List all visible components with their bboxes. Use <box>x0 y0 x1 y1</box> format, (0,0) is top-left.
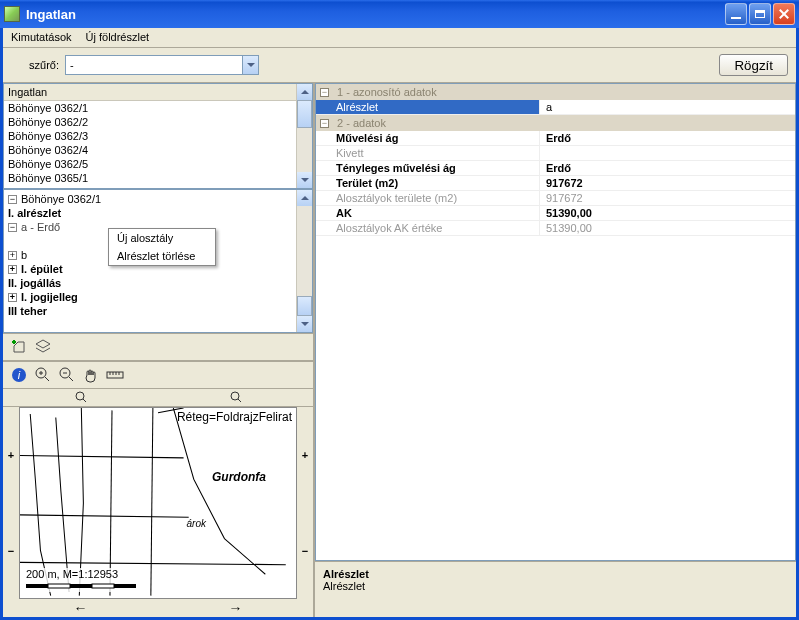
map-canvas[interactable]: Réteg=FoldrajzFelirat Gurdonfa árok 200 … <box>19 407 297 599</box>
map-place-label: Gurdonfa <box>212 470 266 484</box>
save-button[interactable]: Rögzít <box>719 54 788 76</box>
tree-scrollbar[interactable] <box>296 190 312 332</box>
close-button[interactable] <box>773 3 795 25</box>
property-row[interactable]: Művelési ágErdő <box>316 131 795 146</box>
list-item[interactable]: Böhönye 0362/1 <box>4 101 296 115</box>
property-row[interactable]: Terület (m2)917672 <box>316 176 795 191</box>
maximize-button[interactable] <box>749 3 771 25</box>
filter-label: szűrő: <box>11 59 59 71</box>
pan-down-button[interactable]: − <box>8 545 14 557</box>
collapse-icon[interactable]: − <box>8 195 17 204</box>
context-menu: Új alosztály Alrészlet törlése <box>108 228 216 266</box>
tree-node-jogallas[interactable]: II. jogállás <box>8 277 61 289</box>
property-description: Alrészlet Alrészlet <box>315 561 796 617</box>
property-row[interactable]: Tényleges művelési ágErdő <box>316 161 795 176</box>
list-item[interactable]: Böhönye 0365/1 <box>4 171 296 185</box>
tree-node-jogijelleg[interactable]: I. jogijelleg <box>21 291 78 303</box>
expand-icon[interactable]: + <box>8 293 17 302</box>
pan-hand-icon[interactable] <box>81 365 101 385</box>
list-item[interactable]: Böhönye 0362/3 <box>4 129 296 143</box>
window-title: Ingatlan <box>26 7 725 22</box>
menu-item-alreszlet-torlese[interactable]: Alrészlet törlése <box>109 247 215 265</box>
pan-up-button[interactable]: + <box>8 449 14 461</box>
scroll-up-icon[interactable] <box>297 190 312 206</box>
svg-rect-9 <box>70 584 92 588</box>
scroll-down-icon[interactable] <box>297 316 312 332</box>
edit-toolbar <box>3 333 313 361</box>
list-header[interactable]: Ingatlan <box>4 84 296 101</box>
property-grid: −1 - azonosító adatok Alrészleta −2 - ad… <box>315 83 796 561</box>
zoom-out-icon[interactable] <box>57 365 77 385</box>
property-row[interactable]: Alosztályok AK értéke51390,00 <box>316 221 795 236</box>
svg-rect-8 <box>48 584 70 588</box>
map-toolbar: i <box>3 361 313 389</box>
property-row[interactable]: AK51390,00 <box>316 206 795 221</box>
menu-bar: Kimutatások Új földrészlet <box>3 28 796 48</box>
map-feature-label: árok <box>187 518 206 529</box>
svg-point-5 <box>76 392 84 400</box>
list-item[interactable]: Böhönye 0362/5 <box>4 157 296 171</box>
tree-node-alreszlet[interactable]: I. alrészlet <box>8 207 61 219</box>
property-row[interactable]: Kivett <box>316 146 795 161</box>
filter-bar: szűrő: - Rögzít <box>3 48 796 82</box>
app-icon <box>4 6 20 22</box>
map-panel: +− <box>3 389 313 617</box>
list-item[interactable]: Böhönye 0362/2 <box>4 115 296 129</box>
expand-icon[interactable]: + <box>8 251 17 260</box>
tree-leaf[interactable] <box>8 235 11 247</box>
tree-node-a[interactable]: a - Erdő <box>21 221 60 233</box>
measure-icon[interactable] <box>105 365 125 385</box>
menu-uj-foldreszlet[interactable]: Új földrészlet <box>86 31 150 43</box>
pan-left-button[interactable]: ← <box>74 600 88 616</box>
pan-down-button[interactable]: − <box>302 545 308 557</box>
expand-icon[interactable]: + <box>8 265 17 274</box>
category-row[interactable]: −2 - adatok <box>316 115 795 131</box>
svg-rect-4 <box>107 372 123 378</box>
minimize-button[interactable] <box>725 3 747 25</box>
svg-rect-11 <box>114 584 136 588</box>
title-bar: Ingatlan <box>0 0 799 28</box>
map-layer-label: Réteg=FoldrajzFelirat <box>177 410 292 424</box>
zoom-in-icon[interactable] <box>75 391 87 405</box>
scroll-thumb[interactable] <box>297 100 312 128</box>
tree-node-teher[interactable]: III teher <box>8 305 47 317</box>
scroll-thumb[interactable] <box>297 296 312 316</box>
info-icon[interactable]: i <box>9 365 29 385</box>
tree-node-epulet[interactable]: I. épület <box>21 263 63 275</box>
add-shape-icon[interactable] <box>9 337 29 357</box>
list-item[interactable]: Böhönye 0362/4 <box>4 143 296 157</box>
pan-up-button[interactable]: + <box>302 449 308 461</box>
zoom-in-icon[interactable] <box>33 365 53 385</box>
property-row[interactable]: Alrészleta <box>316 100 795 115</box>
collapse-icon[interactable]: − <box>8 223 17 232</box>
pan-right-button[interactable]: → <box>229 600 243 616</box>
chevron-down-icon[interactable] <box>242 56 258 74</box>
parcel-tree: −Böhönye 0362/1 I. alrészlet −a - Erdő +… <box>3 189 313 333</box>
zoom-in-icon[interactable] <box>230 391 242 405</box>
scroll-up-icon[interactable] <box>297 84 312 100</box>
tree-node-b[interactable]: b <box>21 249 27 261</box>
scroll-down-icon[interactable] <box>297 172 312 188</box>
category-row[interactable]: −1 - azonosító adatok <box>316 84 795 100</box>
menu-item-uj-alosztaly[interactable]: Új alosztály <box>109 229 215 247</box>
layers-icon[interactable] <box>33 337 53 357</box>
filter-combo[interactable]: - <box>65 55 259 75</box>
list-scrollbar[interactable] <box>296 84 312 188</box>
svg-rect-10 <box>92 584 114 588</box>
svg-rect-7 <box>26 584 48 588</box>
property-row[interactable]: Alosztályok területe (m2)917672 <box>316 191 795 206</box>
map-scale: 200 m, M=1:12953 <box>24 568 138 592</box>
menu-kimutatasok[interactable]: Kimutatások <box>11 31 72 43</box>
parcel-list: Ingatlan Böhönye 0362/1 Böhönye 0362/2 B… <box>3 83 313 189</box>
svg-point-6 <box>231 392 239 400</box>
